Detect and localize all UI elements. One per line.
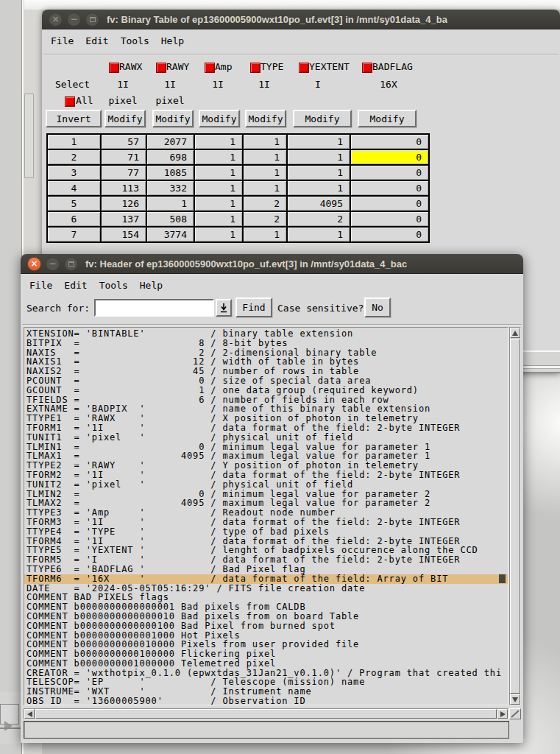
column-checkbox-badflag[interactable] <box>362 63 372 73</box>
find-button[interactable]: Find <box>235 297 272 317</box>
table-cell[interactable]: 698 <box>146 149 194 165</box>
menu-file[interactable]: File <box>29 280 52 291</box>
table-cell[interactable]: 2077 <box>146 134 194 149</box>
table-cell[interactable]: 126 <box>101 196 146 211</box>
table-cell[interactable]: 1 <box>146 196 194 211</box>
header-line: BITPIX = 8 / 8-bit bytes <box>26 339 508 348</box>
table-cell[interactable]: 1 <box>287 227 350 242</box>
table-cell[interactable]: 57 <box>101 134 146 149</box>
modify-button-yextent[interactable]: Modify <box>293 110 352 127</box>
table-cell-highlighted[interactable]: 0 <box>350 149 429 165</box>
table-cell[interactable]: 2 <box>287 211 350 227</box>
table-row: 15720771110 <box>47 134 429 149</box>
table-cell[interactable]: 1 <box>287 180 350 196</box>
table-cell[interactable]: 1 <box>243 227 287 242</box>
fits-header-text[interactable]: XTENSION= 'BINTABLE' / binary table exte… <box>24 327 508 705</box>
resize-grip[interactable] <box>509 708 521 719</box>
menu-help[interactable]: Help <box>140 280 163 291</box>
horizontal-scrollbar[interactable] <box>24 708 508 719</box>
table-cell[interactable]: 1085 <box>146 165 194 180</box>
table-cell[interactable]: 1 <box>243 149 287 165</box>
table-cell[interactable]: 1 <box>194 165 243 180</box>
column-checkbox-rawx[interactable] <box>109 63 119 73</box>
table-cell[interactable]: 0 <box>350 180 429 196</box>
column-name-amp: Amp <box>215 61 232 72</box>
minimize-button[interactable]: − <box>46 257 60 271</box>
table-cell[interactable]: 508 <box>146 211 194 227</box>
row-number-cell[interactable]: 6 <box>47 211 101 227</box>
table-cell[interactable]: 1 <box>287 134 350 149</box>
table-cell[interactable]: 0 <box>350 134 429 149</box>
header-line: TFORM3 = '1I ' / data format of the fiel… <box>26 518 508 527</box>
vertical-scrollbar-thumb[interactable] <box>510 339 520 694</box>
table-cell[interactable]: 0 <box>350 165 429 180</box>
column-checkbox-amp[interactable] <box>205 63 215 73</box>
column-type-rawx: 1I <box>117 79 129 90</box>
case-sensitive-toggle-button[interactable]: No <box>364 297 391 317</box>
modify-button-rawx[interactable]: Modify <box>104 110 146 127</box>
row-number-cell[interactable]: 2 <box>47 149 101 165</box>
row-number-cell[interactable]: 5 <box>47 196 101 211</box>
table-cell[interactable]: 113 <box>101 180 146 196</box>
table-cell[interactable]: 1 <box>287 165 350 180</box>
table-cell[interactable]: 0 <box>350 211 429 227</box>
table-cell[interactable]: 1 <box>194 211 243 227</box>
status-entry[interactable]: data format of the field: Array of BIT <box>24 721 509 739</box>
scroll-up-button[interactable] <box>510 328 520 338</box>
table-cell[interactable]: 2 <box>243 211 287 227</box>
header-line: TTYPE6 = 'BADFLAG ' / Bad Pixel flag <box>26 565 508 574</box>
column-checkbox-type[interactable] <box>250 63 260 73</box>
table-cell[interactable]: 1 <box>194 227 243 242</box>
menu-tools[interactable]: Tools <box>99 280 128 291</box>
table-cell[interactable]: 332 <box>146 180 194 196</box>
table-row: 41133321110 <box>47 180 429 196</box>
table-cell[interactable]: 1 <box>194 180 243 196</box>
invert-button[interactable]: Invert <box>46 110 102 127</box>
table-cell[interactable]: 71 <box>101 149 146 165</box>
table-cell[interactable]: 0 <box>350 227 429 242</box>
table-cell[interactable]: 1 <box>194 149 243 165</box>
row-number-cell[interactable]: 7 <box>47 227 101 242</box>
column-checkbox-rawy[interactable] <box>156 63 166 73</box>
titlebar[interactable]: × − fv: Header of ep13600005900wxt10po_u… <box>21 254 523 274</box>
window-title: fv: Header of ep13600005900wxt10po_uf.ev… <box>85 258 407 269</box>
binary-table: 1572077111027169811103771085111041133321… <box>46 133 430 243</box>
row-number-cell[interactable]: 1 <box>47 134 101 149</box>
close-icon: × <box>30 259 38 268</box>
table-cell[interactable]: 1 <box>194 134 243 149</box>
column-name-yextent: YEXTENT <box>309 61 350 72</box>
table-cell[interactable]: 1 <box>287 149 350 165</box>
table-cell[interactable]: 137 <box>101 211 146 227</box>
scroll-right-icon <box>4 721 13 731</box>
search-history-button[interactable] <box>216 299 232 317</box>
menu-edit[interactable]: Edit <box>64 280 87 291</box>
table-cell[interactable]: 1 <box>243 180 287 196</box>
select-all-checkbox[interactable] <box>65 96 75 107</box>
scroll-down-button[interactable] <box>510 694 520 705</box>
maximize-button[interactable] <box>64 257 78 271</box>
horizontal-scrollbar-thumb[interactable] <box>35 709 497 719</box>
table-cell[interactable]: 1 <box>243 134 287 149</box>
scroll-left-button[interactable] <box>24 709 35 719</box>
modify-button-amp[interactable]: Modify <box>199 110 240 127</box>
close-button[interactable]: × <box>27 257 41 271</box>
table-cell[interactable]: 154 <box>101 227 146 242</box>
search-input[interactable] <box>94 299 214 317</box>
column-type-amp: 1I <box>212 79 224 90</box>
column-checkbox-yextent[interactable] <box>299 63 309 73</box>
row-number-cell[interactable]: 4 <box>47 180 101 196</box>
vertical-scrollbar[interactable] <box>509 327 521 705</box>
table-cell[interactable]: 3774 <box>146 227 194 242</box>
table-cell[interactable]: 0 <box>350 196 429 211</box>
scroll-right-button[interactable] <box>497 709 508 719</box>
table-cell[interactable]: 1 <box>243 165 287 180</box>
table-cell[interactable]: 4095 <box>287 196 350 211</box>
table-cell[interactable]: 1 <box>194 196 243 211</box>
row-number-cell[interactable]: 3 <box>47 165 101 180</box>
table-cell[interactable]: 2 <box>243 196 287 211</box>
table-cell[interactable]: 77 <box>101 165 146 180</box>
modify-button-rawy[interactable]: Modify <box>152 110 194 127</box>
column-type-badflag: 16X <box>380 79 397 90</box>
modify-button-type[interactable]: Modify <box>245 110 286 127</box>
modify-button-badflag[interactable]: Modify <box>358 110 417 127</box>
